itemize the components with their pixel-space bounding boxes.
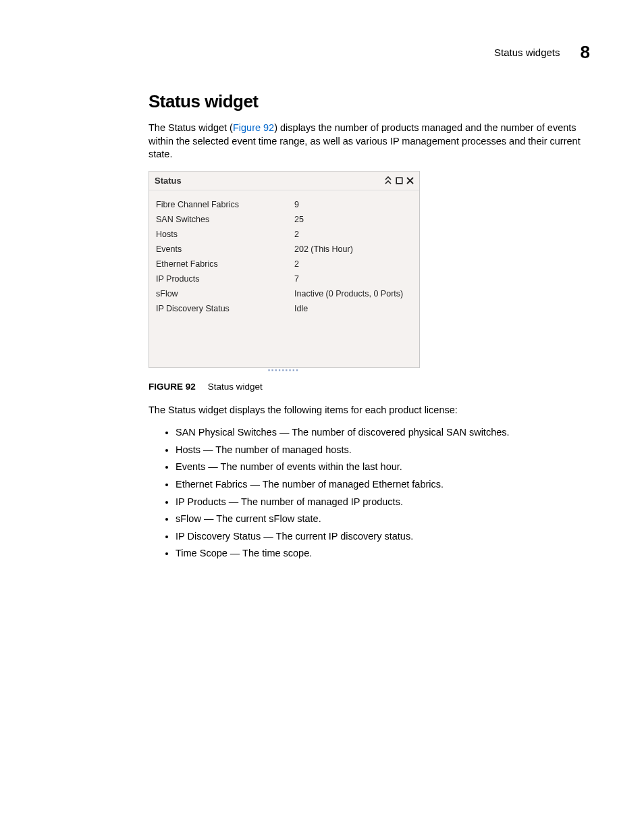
figure-caption: FIGURE 92Status widget (149, 382, 594, 392)
widget-title: Status (155, 176, 182, 186)
row-value: Idle (294, 304, 412, 313)
page: Status widgets 8 Status widget The Statu… (0, 0, 644, 834)
widget-row: Events 202 (This Hour) (156, 242, 412, 257)
bullet-list: SAN Physical Switches — The number of di… (149, 426, 594, 561)
figure-caption-text: Status widget (208, 382, 263, 392)
row-label: Events (156, 244, 294, 254)
list-item: sFlow — The current sFlow state. (176, 513, 594, 526)
list-item: IP Products — The number of managed IP p… (176, 496, 594, 509)
row-value: 25 (294, 215, 412, 224)
intro-paragraph: The Status widget (Figure 92) displays t… (149, 122, 594, 161)
resize-handle-icon[interactable]: ▪▪▪▪▪▪▪▪▪ (149, 367, 419, 375)
close-icon[interactable] (406, 176, 414, 184)
widget-row: sFlow Inactive (0 Products, 0 Ports) (156, 286, 412, 301)
figure-link[interactable]: Figure 92 (233, 122, 274, 133)
maximize-icon[interactable] (395, 176, 403, 184)
widget-row: Fibre Channel Fabrics 9 (156, 197, 412, 212)
widget-body: Fibre Channel Fabrics 9 SAN Switches 25 … (149, 190, 419, 367)
figure-number: FIGURE 92 (149, 382, 196, 392)
row-label: Ethernet Fabrics (156, 259, 294, 269)
widget-row: IP Products 7 (156, 271, 412, 286)
row-value: 9 (294, 200, 412, 209)
list-intro: The Status widget displays the following… (149, 404, 594, 417)
row-label: Hosts (156, 230, 294, 239)
collapse-icon[interactable] (384, 176, 392, 184)
widget-spacer (156, 316, 412, 363)
running-title: Status widgets (494, 47, 560, 58)
row-label: IP Discovery Status (156, 304, 294, 313)
row-value: 2 (294, 230, 412, 239)
list-item: Ethernet Fabrics — The number of managed… (176, 478, 594, 492)
list-item: Hosts — The number of managed hosts. (176, 444, 594, 457)
row-value: 7 (294, 274, 412, 284)
svg-rect-0 (396, 178, 402, 184)
list-item: Time Scope — The time scope. (176, 547, 594, 561)
status-widget-panel: Status Fibre Channel Fabrics 9 (149, 171, 420, 368)
row-value: Inactive (0 Products, 0 Ports) (294, 289, 412, 298)
chapter-number: 8 (581, 42, 590, 63)
widget-row: SAN Switches 25 (156, 212, 412, 227)
intro-text-pre: The Status widget ( (149, 122, 233, 133)
section-title: Status widget (149, 91, 594, 112)
row-value: 2 (294, 259, 412, 269)
row-label: Fibre Channel Fabrics (156, 200, 294, 209)
list-item: IP Discovery Status — The current IP dis… (176, 530, 594, 544)
row-label: SAN Switches (156, 215, 294, 224)
row-label: sFlow (156, 289, 294, 298)
widget-controls (384, 176, 414, 184)
running-header: Status widgets 8 (494, 42, 590, 63)
row-label: IP Products (156, 274, 294, 284)
list-item: SAN Physical Switches — The number of di… (176, 426, 594, 440)
widget-row: IP Discovery Status Idle (156, 301, 412, 316)
widget-row: Ethernet Fabrics 2 (156, 257, 412, 271)
row-value: 202 (This Hour) (294, 244, 412, 254)
content: Status widget The Status widget (Figure … (149, 91, 594, 565)
widget-titlebar: Status (149, 172, 419, 190)
widget-row: Hosts 2 (156, 227, 412, 242)
list-item: Events — The number of events within the… (176, 461, 594, 474)
